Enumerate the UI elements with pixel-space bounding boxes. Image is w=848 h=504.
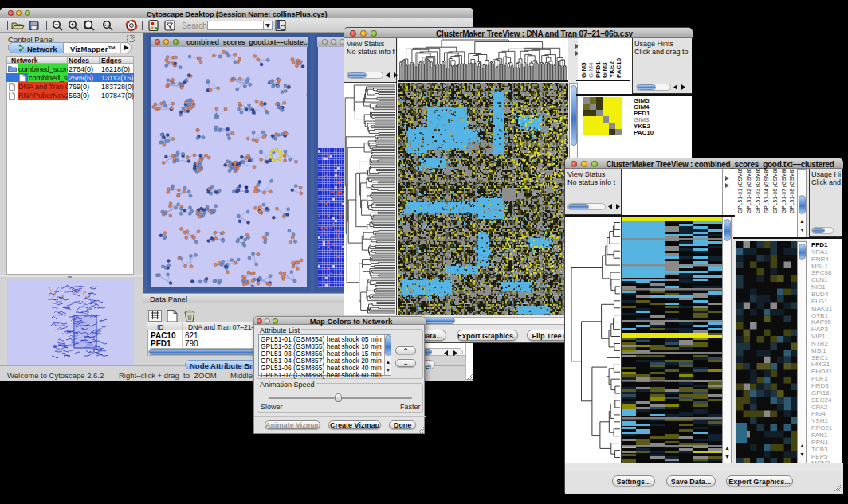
svg-text:1:1: 1:1 — [104, 23, 110, 27]
svg-text:GPL51-01 (GSM854): GPL51-01 (GSM854) — [737, 169, 744, 213]
svg-text:GPL51-03 (GSM856): GPL51-03 (GSM856) — [755, 169, 761, 213]
svg-text:PFD1: PFD1 — [595, 61, 602, 78]
svg-text:GPL51-04 (GSM857): GPL51-04 (GSM857) — [764, 169, 770, 213]
svg-text:GIM3: GIM3 — [601, 62, 608, 78]
svg-text:YKE2: YKE2 — [608, 61, 615, 78]
svg-text:GPL51-06 (GSM865): GPL51-06 (GSM865) — [772, 169, 779, 213]
svg-text:GPL51-08 (GSM872): GPL51-08 (GSM872) — [789, 169, 795, 213]
svg-text:GIM4: GIM4 — [587, 62, 595, 78]
svg-text:GPL51-07 (GSM868): GPL51-07 (GSM868) — [781, 169, 787, 213]
svg-text:GIM5: GIM5 — [580, 62, 587, 78]
svg-text:PAC10: PAC10 — [615, 57, 622, 78]
svg-text:GPL51-02 (GSM855): GPL51-02 (GSM855) — [746, 169, 752, 213]
